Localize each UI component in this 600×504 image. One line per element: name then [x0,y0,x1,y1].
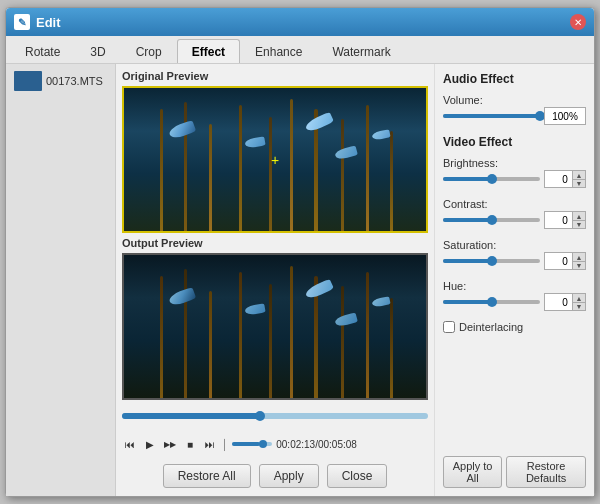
brightness-spinbox[interactable]: ▲ ▼ [544,170,586,188]
file-item[interactable]: 00173.MTS [10,68,111,94]
contrast-thumb[interactable] [487,215,497,225]
volume-track[interactable] [443,114,540,118]
brightness-track[interactable] [443,177,540,181]
output-preview-box [122,253,428,400]
volume-label: Volume: [443,94,586,106]
brightness-slider-row: ▲ ▼ [443,170,586,188]
volume-thumb[interactable] [259,440,267,448]
tab-crop[interactable]: Crop [121,39,177,63]
tab-enhance[interactable]: Enhance [240,39,317,63]
hue-spin-arrows: ▲ ▼ [572,293,586,311]
contrast-fill [443,218,492,222]
time-display: 00:02:13/00:05:08 [276,439,357,450]
saturation-spin-arrows: ▲ ▼ [572,252,586,270]
saturation-down[interactable]: ▼ [572,261,586,270]
tab-effect[interactable]: Effect [177,39,240,63]
output-fish-container [124,255,426,398]
brightness-down[interactable]: ▼ [572,179,586,188]
volume-fill-bar [443,114,540,118]
tab-watermark[interactable]: Watermark [317,39,405,63]
restore-defaults-button[interactable]: Restore Defaults [506,456,586,488]
seek-bar[interactable] [122,413,428,419]
file-thumbnail [14,71,42,91]
saturation-thumb[interactable] [487,256,497,266]
apply-to-all-button[interactable]: Apply to All [443,456,502,488]
original-preview-box: + [122,86,428,233]
hue-up[interactable]: ▲ [572,293,586,302]
contrast-row: Contrast: ▲ ▼ [443,198,586,229]
preview-section: Original Preview [122,70,428,400]
brightness-up[interactable]: ▲ [572,170,586,179]
saturation-spinbox[interactable]: ▲ ▼ [544,252,586,270]
contrast-spinbox[interactable]: ▲ ▼ [544,211,586,229]
play-button[interactable]: ▶ [142,436,158,452]
hue-label: Hue: [443,280,586,292]
hue-spinbox[interactable]: ▲ ▼ [544,293,586,311]
stop-button[interactable]: ■ [182,436,198,452]
left-panel: 00173.MTS [6,64,116,496]
volume-row: Volume: [443,94,586,125]
brightness-fill [443,177,492,181]
deinterlacing-checkbox[interactable] [443,321,455,333]
window-title: Edit [36,15,61,30]
crosshair-icon: + [271,152,279,168]
volume-slider-row [443,107,586,125]
edit-window: ✎ Edit ✕ Rotate 3D Crop Effect Enhance W… [5,7,595,497]
apply-restore-row: Apply to All Restore Defaults [443,456,586,488]
title-bar: ✎ Edit ✕ [6,8,594,36]
video-effect-title: Video Effect [443,135,586,149]
contrast-label: Contrast: [443,198,586,210]
window-close-button[interactable]: ✕ [570,14,586,30]
deinterlacing-row: Deinterlacing [443,321,586,333]
transport-controls: ⏮ ▶ ▶▶ ■ ⏭ │ 00:02:13/00:05:08 [122,432,428,456]
center-panel: Original Preview [116,64,434,496]
hue-slider-row: ▲ ▼ [443,293,586,311]
output-preview-bg [124,255,426,398]
hue-down[interactable]: ▼ [572,302,586,311]
volume-spinbox[interactable] [544,107,586,125]
original-preview-label: Original Preview [122,70,428,82]
apply-button[interactable]: Apply [259,464,319,488]
restore-all-button[interactable]: Restore All [163,464,251,488]
tabs-bar: Rotate 3D Crop Effect Enhance Watermark [6,36,594,64]
volume-bar[interactable] [232,442,272,446]
brightness-thumb[interactable] [487,174,497,184]
volume-input[interactable] [544,107,586,125]
audio-effect-title: Audio Effect [443,72,586,86]
tab-3d[interactable]: 3D [75,39,120,63]
brightness-label: Brightness: [443,157,586,169]
contrast-track[interactable] [443,218,540,222]
fast-forward-button[interactable]: ▶▶ [162,436,178,452]
skip-start-button[interactable]: ⏮ [122,436,138,452]
hue-thumb[interactable] [487,297,497,307]
hue-fill [443,300,492,304]
contrast-slider-row: ▲ ▼ [443,211,586,229]
saturation-fill [443,259,492,263]
saturation-track[interactable] [443,259,540,263]
contrast-down[interactable]: ▼ [572,220,586,229]
output-preview-label: Output Preview [122,237,428,249]
deinterlacing-label: Deinterlacing [459,321,523,333]
volume-fill [232,442,260,446]
saturation-row: Saturation: ▲ ▼ [443,239,586,270]
seek-fill [122,413,260,419]
title-bar-left: ✎ Edit [14,14,61,30]
contrast-up[interactable]: ▲ [572,211,586,220]
skip-end-button[interactable]: ⏭ [202,436,218,452]
saturation-slider-row: ▲ ▼ [443,252,586,270]
bottom-buttons: Restore All Apply Close [122,460,428,490]
seek-thumb[interactable] [255,411,265,421]
right-panel: Audio Effect Volume: Video Effect Bright [434,64,594,496]
saturation-label: Saturation: [443,239,586,251]
tab-rotate[interactable]: Rotate [10,39,75,63]
close-button[interactable]: Close [327,464,388,488]
window-icon: ✎ [14,14,30,30]
contrast-spin-arrows: ▲ ▼ [572,211,586,229]
playback-controls [122,404,428,428]
original-preview-bg: + [124,88,426,231]
saturation-up[interactable]: ▲ [572,252,586,261]
brightness-spin-arrows: ▲ ▼ [572,170,586,188]
hue-row: Hue: ▲ ▼ [443,280,586,311]
hue-track[interactable] [443,300,540,304]
file-name: 00173.MTS [46,75,103,87]
